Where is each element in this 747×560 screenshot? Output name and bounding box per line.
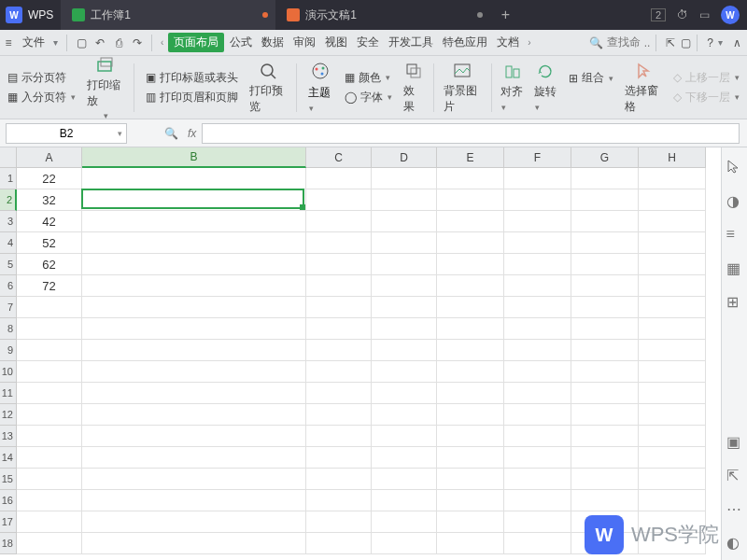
cell[interactable] [17, 340, 82, 361]
row-headers[interactable]: 123456789101112131415161718 [0, 168, 17, 554]
cell[interactable] [504, 383, 571, 404]
menu-review[interactable]: 审阅 [289, 33, 319, 52]
row-header-1[interactable]: 1 [0, 168, 17, 189]
colors-button[interactable]: ▦颜色▾ [345, 70, 392, 86]
cell[interactable] [571, 490, 639, 511]
help-icon[interactable]: ? [707, 36, 713, 49]
col-header-D[interactable]: D [372, 147, 437, 168]
cell[interactable] [306, 490, 372, 511]
cell[interactable] [82, 447, 306, 469]
cell[interactable] [437, 211, 504, 232]
cells-area[interactable]: 223242526272 [17, 168, 706, 554]
cell[interactable] [504, 318, 571, 340]
cell[interactable]: 72 [17, 275, 82, 297]
select-all-corner[interactable] [0, 147, 17, 168]
cell[interactable] [639, 297, 706, 318]
style-icon[interactable]: ≡ [726, 226, 743, 243]
cell[interactable] [571, 447, 639, 469]
menu-hamburger-icon[interactable]: ≡ [0, 35, 17, 51]
cell[interactable] [306, 340, 372, 361]
menu-formula[interactable]: 公式 [226, 33, 256, 52]
row-header-3[interactable]: 3 [0, 211, 17, 232]
cell[interactable] [82, 275, 306, 297]
cell[interactable] [306, 211, 372, 232]
collapse-ribbon-icon[interactable]: ∧ [733, 36, 741, 49]
feedback-icon[interactable]: ◐ [726, 534, 743, 551]
cursor-icon[interactable] [726, 159, 743, 175]
row-header-17[interactable]: 17 [0, 511, 17, 533]
export-icon[interactable]: ⇱ [726, 467, 743, 483]
row-header-12[interactable]: 12 [0, 404, 17, 426]
cell[interactable] [504, 297, 571, 318]
cell[interactable] [82, 297, 306, 318]
menu-icon[interactable]: ▭ [699, 8, 710, 21]
cell[interactable] [639, 447, 706, 469]
cell[interactable] [437, 297, 504, 318]
cell[interactable] [639, 490, 706, 511]
col-header-H[interactable]: H [639, 147, 706, 168]
row-header-14[interactable]: 14 [0, 447, 17, 469]
tab-presentation[interactable]: 演示文稿1 [275, 0, 490, 30]
fonts-button[interactable]: ◯字体▾ [345, 90, 392, 105]
column-headers[interactable]: ABCDEFGH [17, 147, 706, 168]
cell[interactable] [639, 189, 706, 211]
cell[interactable] [372, 447, 437, 469]
cell[interactable] [639, 168, 706, 189]
cell[interactable] [437, 404, 504, 426]
cell[interactable] [504, 511, 571, 533]
cell[interactable] [437, 383, 504, 404]
cell[interactable] [504, 447, 571, 469]
cell[interactable] [437, 168, 504, 189]
cell[interactable] [639, 511, 706, 533]
cell[interactable] [82, 426, 306, 447]
cell[interactable] [571, 254, 639, 275]
cell[interactable] [372, 297, 437, 318]
cell[interactable] [504, 189, 571, 211]
cell[interactable] [571, 232, 639, 254]
cell[interactable] [437, 490, 504, 511]
cell[interactable] [437, 511, 504, 533]
cell[interactable] [639, 426, 706, 447]
cell[interactable]: 42 [17, 211, 82, 232]
cell[interactable] [639, 404, 706, 426]
print-preview-button[interactable]: 打印预览 [247, 61, 289, 115]
cell[interactable] [82, 490, 306, 511]
cell[interactable] [372, 383, 437, 404]
cell[interactable] [571, 426, 639, 447]
cell[interactable] [504, 340, 571, 361]
menu-devtools[interactable]: 开发工具 [385, 33, 437, 52]
menu-docs[interactable]: 文档 [493, 33, 523, 52]
cell[interactable] [372, 275, 437, 297]
theme-button[interactable]: 主题▾ [304, 61, 335, 114]
redo-icon[interactable]: ↷ [129, 35, 146, 51]
cell[interactable]: 32 [17, 189, 82, 211]
cell[interactable] [571, 361, 639, 383]
cell[interactable] [306, 469, 372, 490]
cell[interactable] [82, 254, 306, 275]
new-tab-button[interactable]: + [490, 7, 520, 23]
row-header-7[interactable]: 7 [0, 297, 17, 318]
cell[interactable] [372, 361, 437, 383]
cell[interactable] [306, 447, 372, 469]
cell[interactable] [82, 511, 306, 533]
cell[interactable] [639, 469, 706, 490]
cell[interactable] [306, 533, 372, 554]
cell[interactable] [504, 426, 571, 447]
cell[interactable] [306, 361, 372, 383]
chevron-down-icon[interactable]: ▾ [50, 37, 61, 48]
cell[interactable] [504, 211, 571, 232]
cell[interactable] [372, 168, 437, 189]
cell[interactable] [372, 511, 437, 533]
cell[interactable] [82, 232, 306, 254]
col-header-E[interactable]: E [437, 147, 504, 168]
row-header-10[interactable]: 10 [0, 361, 17, 383]
cell[interactable] [82, 168, 306, 189]
cell[interactable] [82, 189, 306, 211]
print-icon[interactable]: ⎙ [110, 35, 127, 51]
cell[interactable] [372, 189, 437, 211]
col-header-B[interactable]: B [82, 147, 306, 168]
cell[interactable] [639, 275, 706, 297]
menu-data[interactable]: 数据 [258, 33, 288, 52]
cell[interactable] [17, 533, 82, 554]
cell[interactable] [639, 383, 706, 404]
